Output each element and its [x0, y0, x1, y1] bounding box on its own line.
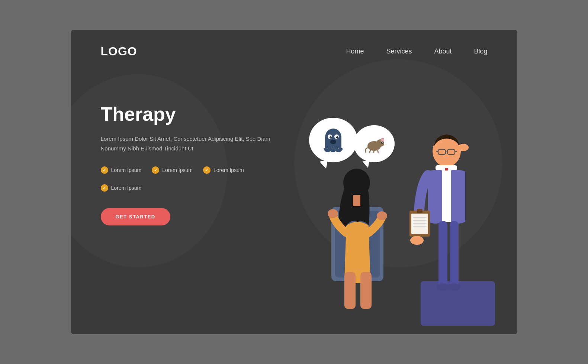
checklist: Lorem Ipsum Lorem Ipsum Lorem Ipsum Lore… [101, 166, 294, 192]
svg-line-27 [459, 148, 463, 150]
svg-point-48 [328, 209, 338, 218]
svg-point-12 [382, 142, 383, 143]
logo: LOGO [101, 45, 137, 58]
navbar: LOGO Home Services About Blog [71, 30, 517, 58]
nav-links: Home Services About Blog [346, 48, 487, 55]
check-icon-1 [101, 166, 108, 174]
svg-point-4 [330, 136, 332, 139]
nav-link-blog[interactable]: Blog [474, 48, 487, 55]
svg-rect-33 [417, 209, 422, 213]
nav-item-home[interactable]: Home [346, 48, 364, 55]
hero-title: Therapy [101, 103, 294, 125]
svg-rect-40 [450, 221, 459, 288]
nav-link-about[interactable]: About [434, 48, 452, 55]
svg-rect-30 [442, 170, 451, 222]
nav-link-services[interactable]: Services [386, 48, 412, 55]
right-section [294, 88, 488, 311]
nav-item-services[interactable]: Services [386, 48, 412, 55]
checklist-item-3: Lorem Ipsum [203, 166, 244, 174]
hero-description: Lorem Ipsum Dolor Sit Amet, Consectetuer… [101, 134, 279, 153]
svg-point-5 [336, 136, 338, 139]
speech-bubble-fear [309, 118, 357, 162]
svg-rect-51 [360, 272, 372, 309]
check-icon-4 [101, 184, 108, 192]
svg-rect-47 [353, 195, 360, 206]
nav-item-blog[interactable]: Blog [474, 48, 487, 55]
page-card: LOGO Home Services About Blog Therapy Lo… [71, 30, 517, 334]
svg-line-16 [377, 150, 378, 153]
ghost-icon [322, 127, 344, 153]
check-icon-2 [152, 166, 159, 174]
svg-rect-29 [445, 168, 448, 171]
cta-button[interactable]: GET STARTED [101, 208, 170, 225]
checklist-item-4: Lorem Ipsum [101, 184, 142, 192]
checklist-label-1: Lorem Ipsum [111, 167, 142, 173]
svg-line-15 [373, 150, 374, 153]
speech-bubble-rat [354, 125, 395, 162]
svg-rect-50 [344, 272, 356, 309]
svg-point-6 [330, 140, 336, 144]
checklist-item-2: Lorem Ipsum [152, 166, 193, 174]
left-section: Therapy Lorem Ipsum Dolor Sit Amet, Cons… [101, 88, 294, 225]
svg-point-38 [410, 236, 424, 245]
svg-rect-32 [411, 214, 428, 234]
svg-point-10 [381, 139, 384, 142]
svg-point-46 [343, 169, 370, 197]
nav-link-home[interactable]: Home [346, 48, 364, 55]
checklist-label-4: Lorem Ipsum [111, 185, 142, 191]
checklist-label-3: Lorem Ipsum [213, 167, 244, 173]
rat-icon [364, 135, 384, 153]
svg-rect-39 [438, 221, 447, 288]
checklist-item-1: Lorem Ipsum [101, 166, 142, 174]
svg-rect-43 [421, 281, 495, 326]
svg-line-14 [369, 150, 371, 153]
svg-point-49 [377, 211, 387, 220]
nav-item-about[interactable]: About [434, 48, 452, 55]
svg-point-11 [381, 142, 383, 144]
main-content: Therapy Lorem Ipsum Dolor Sit Amet, Cons… [71, 58, 517, 311]
checklist-label-2: Lorem Ipsum [162, 167, 193, 173]
check-icon-3 [203, 166, 211, 174]
